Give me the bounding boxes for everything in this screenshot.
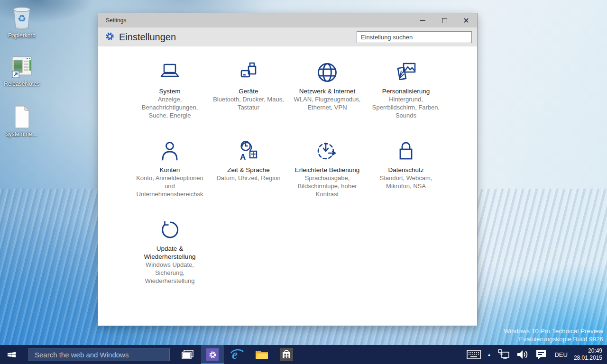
tile-title: System <box>134 87 205 95</box>
tile-subtitle: Anzeige, Benachrichtigungen, Suche, Ener… <box>134 95 205 119</box>
taskbar-clock[interactable]: 20:49 28.01.2015 <box>572 347 607 362</box>
desktop-icon-label: system.ne… <box>0 131 44 137</box>
tile-personalization[interactable]: Personalisierung Hintergrund, Sperrbilds… <box>367 62 445 141</box>
tile-title: Erleichterte Bedienung <box>292 166 363 174</box>
settings-window: Settings ✕ Einstellungen <box>98 13 478 326</box>
tile-title: Zeit & Sprache <box>213 166 284 174</box>
task-view-button[interactable] <box>176 345 199 364</box>
window-titlebar[interactable]: Settings ✕ <box>98 13 477 27</box>
action-center-button[interactable] <box>532 345 550 364</box>
internet-explorer-icon: e <box>230 348 244 361</box>
desktop-icon-release-notes[interactable]: ReleaseNotes <box>0 53 44 87</box>
store-button[interactable] <box>275 345 298 364</box>
person-icon <box>134 141 205 162</box>
tile-title: Geräte <box>213 87 284 95</box>
recycle-bin-icon: ♻ <box>0 5 44 30</box>
release-notes-shortcut-icon <box>0 53 44 79</box>
desktop-icon-label: ReleaseNotes <box>0 81 44 87</box>
maximize-button[interactable] <box>433 13 455 27</box>
settings-search-input[interactable] <box>357 31 472 43</box>
tile-subtitle: Bluetooth, Drucker, Maus, Tastatur <box>213 95 284 111</box>
close-icon: ✕ <box>463 16 469 25</box>
minimize-icon <box>420 20 425 21</box>
tile-ease-of-access[interactable]: Erleichterte Bedienung Sprachausgabe, Bi… <box>288 141 367 219</box>
time-language-icon: A <box>213 141 284 162</box>
action-center-icon <box>535 349 547 360</box>
settings-taskbar-button[interactable] <box>201 345 224 364</box>
tile-title: Konten <box>134 166 205 174</box>
maximize-icon <box>442 18 447 23</box>
tile-subtitle: Datum, Uhrzeit, Region <box>213 174 284 182</box>
tile-subtitle: Standort, Webcam, Mikrofon, NSA <box>370 174 441 190</box>
chevron-up-icon: ▲ <box>487 353 491 357</box>
show-hidden-icons-button[interactable]: ▲ <box>484 345 495 364</box>
laptop-icon <box>134 62 205 83</box>
devices-icon <box>213 62 284 83</box>
desktop: ♻ Papierkorb Re <box>0 0 607 364</box>
taskbar: e <box>0 345 607 364</box>
clock-time: 20:49 <box>574 347 602 355</box>
window-title: Settings <box>98 17 412 24</box>
tile-time-language[interactable]: A Zeit & Sprache Datum, Uhrzeit, Region <box>209 141 288 219</box>
tile-devices[interactable]: Geräte Bluetooth, Drucker, Maus, Tastatu… <box>209 62 288 141</box>
tile-title: Update & Wiederherstellung <box>134 245 205 261</box>
tile-subtitle: Konto, Anmeldeoptionen und Unternehmensb… <box>134 174 205 198</box>
internet-explorer-button[interactable]: e <box>226 345 248 364</box>
svg-text:A: A <box>240 153 246 162</box>
personalization-icon <box>370 62 441 83</box>
task-view-icon <box>182 349 194 360</box>
svg-text:♻: ♻ <box>18 13 26 24</box>
watermark-line1: Windows 10 Pro Technical Preview <box>504 327 603 335</box>
ease-of-access-icon <box>292 141 363 162</box>
update-icon <box>134 219 205 240</box>
store-icon <box>280 348 293 361</box>
tile-title: Personalisierung <box>370 87 441 95</box>
tile-subtitle: WLAN, Flugzeugmodus, Ethernet, VPN <box>292 95 363 111</box>
tile-accounts[interactable]: Konten Konto, Anmeldeoptionen und Untern… <box>130 141 209 219</box>
clock-date: 28.01.2015 <box>574 355 602 362</box>
touch-keyboard-icon <box>467 350 481 359</box>
language-indicator[interactable]: DEU <box>550 351 571 358</box>
close-button[interactable]: ✕ <box>455 13 477 27</box>
network-button[interactable] <box>494 345 513 364</box>
touch-keyboard-button[interactable] <box>463 345 484 364</box>
system-tray: ▲ <box>463 345 607 364</box>
minimize-button[interactable] <box>412 13 433 27</box>
tile-privacy[interactable]: Datenschutz Standort, Webcam, Mikrofon, … <box>367 141 445 219</box>
document-icon <box>0 103 44 129</box>
windows-build-watermark: Windows 10 Pro Technical Preview Evaluie… <box>504 327 603 343</box>
tile-subtitle: Sprachausgabe, Bildschirmlupe, hoher Kon… <box>292 174 363 198</box>
volume-button[interactable] <box>513 345 532 364</box>
tile-update-recovery[interactable]: Update & Wiederherstellung Windows Updat… <box>130 219 209 298</box>
watermark-line2: Evaluierungskopie Build 9926 <box>504 335 603 343</box>
settings-tiles-grid: System Anzeige, Benachrichtigungen, Such… <box>130 62 445 298</box>
tile-subtitle: Hintergrund, Sperrbildschirm, Farben, So… <box>370 95 441 119</box>
file-explorer-button[interactable] <box>250 345 273 364</box>
gear-icon <box>105 32 114 43</box>
globe-icon <box>292 62 363 83</box>
settings-header: Einstellungen <box>98 27 477 46</box>
tile-network[interactable]: Netzwerk & Internet WLAN, Flugzeugmodus,… <box>288 62 367 141</box>
network-icon <box>497 349 510 360</box>
page-title: Einstellungen <box>119 32 357 43</box>
file-explorer-icon <box>255 349 269 360</box>
desktop-icon-recycle-bin[interactable]: ♻ Papierkorb <box>0 5 44 39</box>
settings-app-icon <box>206 348 219 361</box>
tile-system[interactable]: System Anzeige, Benachrichtigungen, Such… <box>130 62 209 141</box>
lock-icon <box>370 141 441 162</box>
start-button[interactable] <box>0 345 23 364</box>
desktop-icon-label: Papierkorb <box>0 32 44 39</box>
desktop-icon-system-file[interactable]: system.ne… <box>0 103 44 137</box>
tile-title: Netzwerk & Internet <box>292 87 363 95</box>
windows-logo-icon <box>6 349 17 360</box>
taskbar-search-input[interactable] <box>28 348 170 361</box>
volume-icon <box>516 349 529 360</box>
tile-title: Datenschutz <box>370 166 441 174</box>
tile-subtitle: Windows Update, Sicherung, Wiederherstel… <box>134 261 205 285</box>
